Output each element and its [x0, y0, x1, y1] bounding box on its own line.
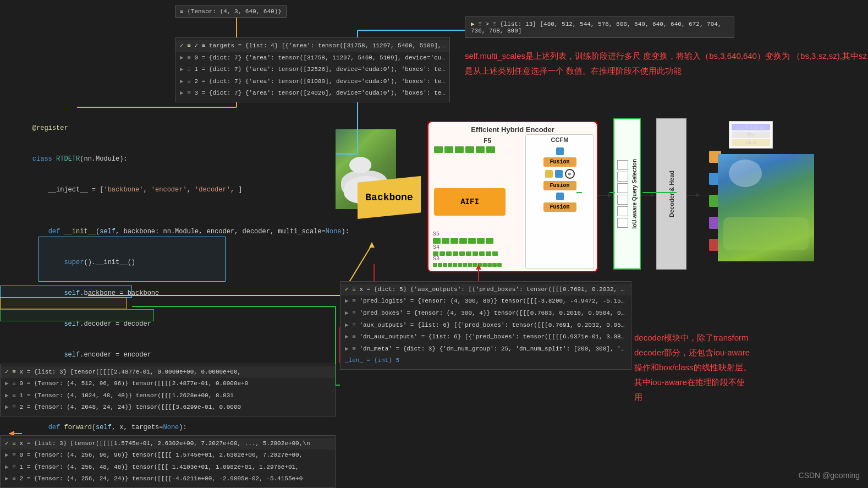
targets-item-2: ▶ ≡ 2 = {dict: 7} {'area': tensor([91080… [175, 76, 449, 88]
targets-debug-panel: ✓ ≡ ✓ ≡ targets = {list: 4} [{'area': te… [175, 37, 450, 102]
x-list3-item-2: ▶ ≡ 2 = {Tensor: (4, 2048, 24, 24)} tens… [1, 402, 335, 414]
legend-box-1: Conv 1x1 s2 BN SiLU [729, 121, 773, 149]
highlight-backbone-line [0, 286, 132, 298]
highlight-encoder-line [0, 297, 127, 309]
list13-debug: ▶ ≡ > ≡ {list: 13} [480, 512, 544, 576, … [465, 17, 734, 38]
decoder-output-debug: ✓ ≡ x = {dict: 5} {'aux_outputs': [{'pre… [340, 281, 631, 370]
code-line-empty1 [0, 205, 336, 216]
x-list3-enc-header: ✓ ≡ x = {list: 3} [tensor([[[[1.5745e+01… [1, 438, 335, 450]
ccfm-title: CCFM [526, 135, 594, 145]
targets-item-0: ▶ ≡ 0 = {dict: 7} {'area': tensor([31758… [175, 52, 449, 64]
code-line-class: class RTDETR(nn.Module): [0, 144, 336, 174]
targets-item-1: ▶ ≡ 1 = {dict: 7} {'area': tensor([32526… [175, 64, 449, 76]
x-list3-item-1: ▶ ≡ 1 = {Tensor: (4, 1024, 48, 48)} tens… [1, 390, 335, 402]
targets-header: ✓ ≡ ✓ ≡ targets = {list: 4} [{'area': te… [175, 40, 449, 52]
ccfm-box: CCFM Fusion ⊕ Fusion Fusion [525, 134, 594, 269]
x-dict5-aux-outputs: ▶ ≡ 'aux_outputs' = {list: 6} [{'pred_bo… [340, 320, 631, 332]
iou-label: IoU-aware Query Selection [631, 159, 638, 229]
x-list3-enc-item-2: ▶ ≡ 2 = {Tensor: (4, 256, 24, 24)} tenso… [1, 473, 335, 485]
ccfm-top-row [526, 147, 594, 155]
decoder-column: Decoder & Head [656, 118, 686, 270]
x-dict5-dn-meta: ▶ ≡ 'dn_meta' = {dict: 3} {'dn_num_group… [340, 343, 631, 355]
fusion-box-2: Fusion [543, 181, 576, 190]
blue-sq-top [556, 147, 564, 155]
tensor-top-icon: ≡ [180, 8, 184, 15]
x-dict5-pred-boxes: ▶ ≡ 'pred_boxes' = {Tensor: (4, 300, 4)}… [340, 308, 631, 320]
targets-item-3: ▶ ≡ 3 = {dict: 7} {'area': tensor([24026… [175, 87, 449, 100]
blue-sq-mid [555, 170, 563, 178]
fusion-box-3: Fusion [543, 202, 576, 212]
fusion-box-1: Fusion [543, 157, 576, 167]
code-line-inject: __inject__ = ['backbone', 'encoder', 'de… [0, 174, 336, 205]
f5-label: F5 [484, 138, 491, 145]
aifi-box: AIFI [434, 188, 506, 216]
annotation-top-right: self.multi_scales是上述列表，训练阶段进行多尺 度变换，将输入（… [465, 48, 868, 78]
yellow-sq [545, 170, 553, 178]
top-green-grid [434, 146, 495, 153]
ccfm-mid-row: ⊕ [526, 169, 594, 179]
x-list3-enc-item-1: ▶ ≡ 1 = {Tensor: (4, 256, 48, 48)} tenso… [1, 462, 335, 474]
ccfm-bot-row [526, 193, 594, 200]
highlight-multiscale-block [39, 237, 226, 282]
svg-marker-28 [651, 193, 655, 198]
arch-diagram: Backbone Efficient Hybrid Encoder F5 AIF… [338, 118, 734, 300]
x-dict5-len: _len_ = {int} 5 [340, 355, 631, 367]
blue-sq-bot [556, 193, 564, 200]
svg-marker-30 [696, 193, 700, 198]
s4-layer: S4 [433, 244, 498, 256]
encoder-output-debug: ✓ ≡ x = {list: 3} [tensor([[[[1.5745e+01… [0, 435, 336, 488]
scene-image [718, 154, 814, 261]
x-list3-enc-item-0: ▶ ≡ 0 = {Tensor: (4, 256, 96, 96)} tenso… [1, 449, 335, 462]
backbone-box: Backbone [358, 176, 421, 219]
tensor-top-debug: ≡ {Tensor: (4, 3, 640, 640)} [175, 6, 287, 18]
x-list3-header: ✓ ≡ x = {list: 3} [tensor([[[[2.4877e-01… [1, 366, 335, 379]
circle-op: ⊕ [565, 169, 575, 179]
svg-marker-26 [608, 193, 612, 198]
s5-layer: S5 [433, 231, 493, 244]
x-list3-item-0: ▶ ≡ 0 = {Tensor: (4, 512, 96, 96)} tenso… [1, 378, 335, 390]
iou-column: IoU-aware Query Selection [613, 118, 641, 270]
decoder-label: Decoder & Head [668, 171, 675, 217]
encoder-box: Efficient Hybrid Encoder F5 AIFI S5 [427, 121, 598, 272]
s3-layer: S3 [433, 256, 502, 267]
x-dict5-header: ✓ ≡ x = {dict: 5} {'aux_outputs': [{'pre… [340, 284, 631, 296]
x-dict5-pred-logits: ▶ ≡ 'pred_logits' = {Tensor: (4, 300, 80… [340, 295, 631, 308]
code-line-decorator: @register [0, 113, 336, 144]
watermark: CSDN @gooming [799, 471, 860, 480]
x-dict5-dn-aux: ▶ ≡ 'dn_aux_outputs' = {list: 6} [{'pred… [340, 331, 631, 343]
iou-squares [617, 160, 628, 228]
annotation-bottom-right: decoder模块中，除了transformdecoder部分，还包含iou-a… [634, 330, 854, 404]
highlight-decoder-line [0, 309, 154, 321]
backbone-output-debug: ✓ ≡ x = {list: 3} [tensor([[[[2.4877e-01… [0, 364, 336, 416]
